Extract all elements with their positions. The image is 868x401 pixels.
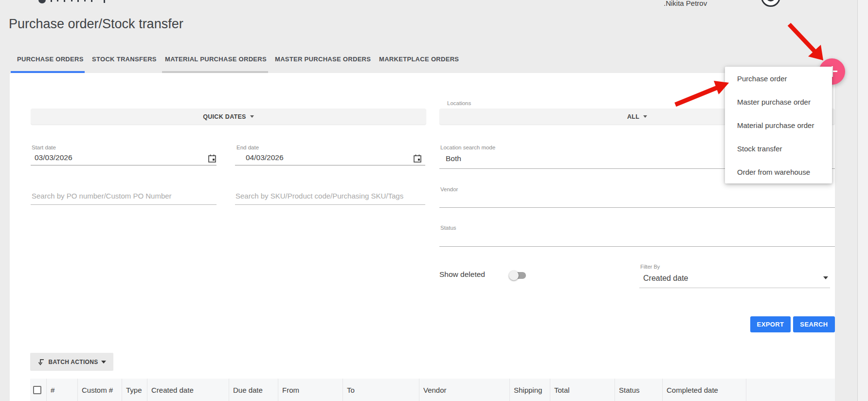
po-search-underline bbox=[31, 204, 217, 205]
column-header-completed-date[interactable]: Completed date bbox=[663, 379, 746, 401]
calendar-icon[interactable] bbox=[413, 154, 422, 163]
page-title: Purchase order/Stock transfer bbox=[9, 17, 183, 32]
menu-item-order-from-warehouse[interactable]: Order from warehouse bbox=[725, 160, 832, 183]
scrollbar-track[interactable] bbox=[857, 0, 868, 401]
end-date-label: End date bbox=[236, 145, 259, 150]
purchase-order-page: .Nikita Petrov Purchase order/Stock tran… bbox=[0, 0, 868, 401]
logo-text-fragment bbox=[71, 0, 72, 1]
toggle-knob bbox=[509, 271, 519, 280]
locations-label: Locations bbox=[447, 100, 471, 106]
batch-arrow-icon bbox=[37, 358, 45, 366]
column-header-custom-number[interactable]: Custom # bbox=[78, 379, 122, 401]
logo-text-fragment bbox=[84, 0, 86, 1]
header-checkbox-cell bbox=[30, 379, 47, 401]
column-header-due-date[interactable]: Due date bbox=[229, 379, 278, 401]
menu-item-material-purchase-order[interactable]: Material purchase order bbox=[725, 113, 832, 137]
quick-dates-label: QUICK DATES bbox=[203, 113, 246, 120]
column-header-total[interactable]: Total bbox=[550, 379, 615, 401]
vendor-underline[interactable] bbox=[439, 207, 835, 208]
location-search-mode-value[interactable]: Both bbox=[446, 154, 461, 163]
create-order-menu: Purchase order Master purchase order Mat… bbox=[725, 67, 832, 183]
start-date-underline bbox=[31, 165, 217, 165]
batch-actions-label: BATCH ACTIONS bbox=[49, 359, 98, 365]
column-header-from[interactable]: From bbox=[278, 379, 343, 401]
caret-down-icon bbox=[643, 115, 647, 118]
logo-text-fragment bbox=[51, 0, 52, 2]
caret-down-icon[interactable] bbox=[823, 276, 828, 279]
app-logo-icon bbox=[38, 0, 46, 3]
batch-actions-button[interactable]: BATCH ACTIONS bbox=[30, 353, 113, 371]
red-arrow-to-fab bbox=[789, 24, 823, 60]
orders-table-header: # Custom # Type Created date Due date Fr… bbox=[30, 379, 835, 401]
column-header-type[interactable]: Type bbox=[122, 379, 147, 401]
show-deleted-toggle[interactable] bbox=[509, 269, 528, 282]
quick-dates-button[interactable]: QUICK DATES bbox=[31, 109, 426, 125]
search-button[interactable]: SEARCH bbox=[793, 316, 835, 332]
logo-text-fragment bbox=[91, 0, 92, 2]
tab-marketplace-orders[interactable]: MARKETPLACE ORDERS bbox=[379, 55, 459, 63]
tab-stock-transfers[interactable]: STOCK TRANSFERS bbox=[92, 55, 157, 63]
start-date-input[interactable] bbox=[35, 153, 181, 162]
status-label: Status bbox=[440, 225, 456, 231]
logo-text-fragment bbox=[57, 0, 58, 1]
tab-material-purchase-orders[interactable]: MATERIAL PURCHASE ORDERS bbox=[165, 55, 267, 63]
column-header-created-date[interactable]: Created date bbox=[147, 379, 229, 401]
show-deleted-label: Show deleted bbox=[439, 270, 485, 279]
end-date-underline bbox=[235, 165, 425, 165]
vendor-label: Vendor bbox=[440, 186, 458, 192]
column-header-vendor[interactable]: Vendor bbox=[419, 379, 510, 401]
user-name: .Nikita Petrov bbox=[664, 0, 707, 7]
export-button[interactable]: EXPORT bbox=[750, 316, 791, 332]
end-date-input[interactable] bbox=[246, 153, 392, 162]
tab-master-purchase-orders[interactable]: MASTER PURCHASE ORDERS bbox=[275, 55, 371, 63]
logo-text-fragment bbox=[64, 0, 65, 2]
menu-item-master-purchase-order[interactable]: Master purchase order bbox=[725, 90, 832, 113]
sku-search-underline bbox=[235, 204, 425, 205]
locations-value: ALL bbox=[627, 113, 639, 120]
menu-item-purchase-order[interactable]: Purchase order bbox=[725, 67, 832, 90]
filter-by-underline bbox=[639, 288, 830, 288]
filter-by-value[interactable]: Created date bbox=[643, 274, 688, 283]
column-header-to[interactable]: To bbox=[343, 379, 419, 401]
sku-search-input[interactable] bbox=[235, 192, 423, 200]
calendar-icon[interactable] bbox=[208, 154, 217, 163]
caret-down-icon bbox=[101, 361, 106, 364]
filter-by-label: Filter By bbox=[640, 264, 660, 270]
tab-purchase-orders[interactable]: PURCHASE ORDERS bbox=[17, 55, 84, 63]
caret-down-icon bbox=[250, 115, 254, 118]
logo-text-fragment bbox=[77, 0, 79, 2]
location-search-mode-label: Location search mode bbox=[440, 145, 495, 150]
status-underline[interactable] bbox=[439, 246, 835, 247]
logo-text-fragment bbox=[104, 0, 105, 3]
select-all-checkbox[interactable] bbox=[33, 386, 41, 394]
menu-item-stock-transfer[interactable]: Stock transfer bbox=[725, 137, 832, 160]
po-search-input[interactable] bbox=[32, 192, 214, 200]
column-header-shipping[interactable]: Shipping bbox=[510, 379, 550, 401]
column-header-number[interactable]: # bbox=[47, 379, 78, 401]
column-header-status[interactable]: Status bbox=[615, 379, 663, 401]
start-date-label: Start date bbox=[32, 145, 56, 150]
column-header-empty bbox=[746, 379, 835, 401]
